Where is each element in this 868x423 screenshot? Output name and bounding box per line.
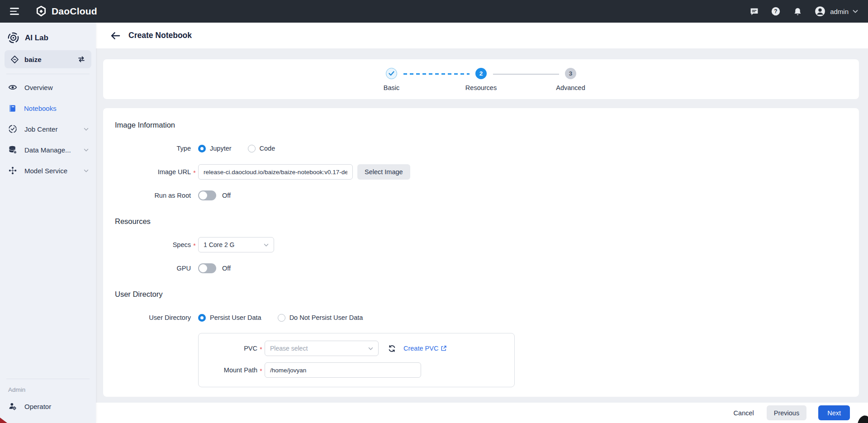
pvc-label: PVC [199,345,257,352]
sidebar-item-job-center[interactable]: Job Center [0,119,96,139]
specs-label: Specs [115,241,191,248]
specs-row: Specs * 1 Core 2 G [115,237,847,253]
svg-text:?: ? [774,8,778,14]
radio-do-not-persist[interactable]: Do Not Persist User Data [278,314,363,322]
image-url-row: Image URL * Select Image [115,164,847,180]
mount-path-label: Mount Path [199,366,257,374]
pvc-row: PVC * Please select [199,341,514,356]
menu-toggle-icon[interactable] [10,8,20,15]
chevron-down-icon [84,169,89,172]
sidebar: AI Lab baize Overview Notebooks [0,23,96,423]
sidebar-divider [6,74,90,74]
workspace-name: baize [24,56,42,63]
top-header: DaoCloud ? admin [0,0,868,23]
required-marker: * [191,241,198,249]
chevron-down-icon [84,128,89,131]
sidebar-item-label: Data Manage... [24,146,71,154]
main-content: Basic 2 Resources 3 Advanced Image Infor… [96,48,868,403]
sidebar-item-notebooks[interactable]: Notebooks [0,98,96,119]
operator-icon [8,402,17,411]
help-icon[interactable]: ? [771,6,781,16]
step-label: Basic [384,84,399,91]
radio-persist-user-data[interactable]: Persist User Data [198,314,261,322]
pvc-panel: PVC * Please select [198,333,515,387]
messages-icon[interactable] [749,6,759,16]
back-arrow-icon[interactable] [109,30,121,42]
page-titlebar: Create Notebook [96,23,868,48]
gpu-toggle[interactable] [198,263,216,273]
run-as-root-state: Off [222,192,231,199]
sidebar-item-operator[interactable]: Operator [0,396,96,417]
workspace-selector[interactable]: baize [5,50,91,68]
previous-button[interactable]: Previous [767,405,806,420]
required-marker: * [257,366,265,375]
sidebar-item-overview[interactable]: Overview [0,77,96,98]
brand-logo[interactable]: DaoCloud [35,5,97,17]
brand-name: DaoCloud [52,6,97,17]
external-link-icon [441,345,447,352]
app-title: AI Lab [25,33,48,43]
workspace-icon [10,55,19,64]
step-check-icon [386,68,397,79]
radio-label: Code [260,145,275,152]
radio-unselected-icon [278,314,285,322]
refresh-icon[interactable] [388,344,396,353]
gpu-label: GPU [115,265,191,272]
form-card: Image Information Type Jupyter Code Imag… [103,108,859,397]
image-url-input[interactable] [198,164,353,180]
radio-unselected-icon [248,145,256,152]
switch-workspace-icon[interactable] [77,55,85,63]
run-as-root-toggle[interactable] [198,190,216,200]
notebook-icon [8,104,17,113]
next-button[interactable]: Next [818,405,850,420]
database-icon [8,145,17,154]
step-resources[interactable]: 2 Resources [475,68,487,91]
create-pvc-label: Create PVC [403,345,438,352]
sidebar-app-header: AI Lab [0,27,96,49]
sidebar-item-label: Overview [24,84,53,91]
radio-label: Do Not Persist User Data [289,314,363,321]
step-advanced[interactable]: 3 Advanced [565,68,577,91]
step-label: Advanced [556,84,585,91]
sidebar-item-label: Job Center [24,125,57,133]
required-marker: * [257,344,265,353]
eye-icon [8,83,17,92]
radio-jupyter[interactable]: Jupyter [198,145,232,152]
sidebar-item-label: Model Service [24,167,67,175]
cancel-button[interactable]: Cancel [734,409,754,417]
admin-section-label: Admin [0,382,96,396]
footer-action-bar: Cancel Previous Next [96,403,868,423]
mount-path-row: Mount Path * [199,362,514,378]
sidebar-item-model-service[interactable]: Model Service [0,160,96,181]
sidebar-item-label: Notebooks [24,105,57,112]
pvc-placeholder: Please select [270,345,308,352]
mount-path-input[interactable] [265,362,421,378]
corner-decoration-left [0,418,7,423]
create-pvc-link[interactable]: Create PVC [403,345,447,352]
image-url-label: Image URL [115,168,191,176]
specs-select[interactable]: 1 Core 2 G [198,237,274,252]
user-directory-label: User Directory [115,314,191,321]
step-number: 3 [565,68,576,79]
step-basic[interactable]: Basic [386,68,398,91]
pvc-select[interactable]: Please select [265,341,379,356]
radio-label: Jupyter [210,145,232,152]
chevron-down-icon [368,347,373,350]
radio-code[interactable]: Code [248,145,275,152]
radio-selected-icon [198,145,206,152]
gpu-row: GPU Off [115,260,847,276]
run-as-root-row: Run as Root Off [115,187,847,204]
user-menu[interactable]: admin [814,5,858,17]
ai-lab-icon [7,32,19,44]
sidebar-item-data-management[interactable]: Data Manage... [0,139,96,160]
stepper-connector [493,74,559,75]
wizard-stepper: Basic 2 Resources 3 Advanced [386,68,577,99]
user-menu-chevron-icon [853,10,858,13]
select-image-button[interactable]: Select Image [357,164,410,180]
stepper-card: Basic 2 Resources 3 Advanced [103,59,859,99]
notifications-bell-icon[interactable] [792,6,802,16]
radio-selected-icon [198,314,206,322]
job-center-icon [8,124,17,133]
chevron-down-icon [264,243,269,247]
section-user-directory: User Directory [115,290,847,299]
